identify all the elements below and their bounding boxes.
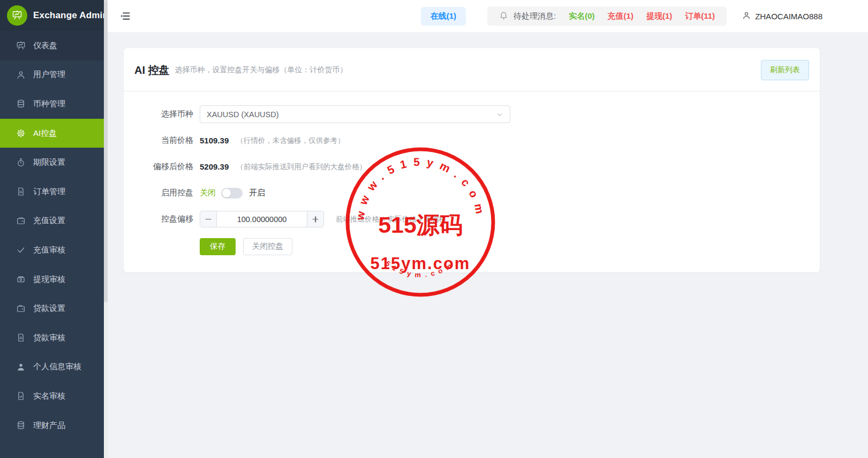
- user-menu[interactable]: ZHAOCAIMAO888: [742, 11, 822, 22]
- username: ZHAOCAIMAO888: [755, 12, 822, 21]
- gear-icon: [16, 128, 26, 138]
- user-icon: [742, 11, 751, 22]
- sidebar-item-users[interactable]: 用户管理: [0, 60, 104, 90]
- current-price-label: 当前价格: [134, 135, 193, 146]
- online-status-badge[interactable]: 在线(1): [421, 7, 466, 26]
- pending-messages-label: 待处理消息:: [514, 11, 556, 21]
- sidebar-item-label: 用户管理: [33, 70, 65, 80]
- sidebar-item-label: 贷款审核: [33, 333, 65, 343]
- sidebar-item-loan-review[interactable]: 贷款审核: [0, 323, 104, 353]
- enable-control-toggle[interactable]: [221, 188, 243, 199]
- refresh-list-button[interactable]: 刷新列表: [761, 60, 809, 80]
- page-subtitle: 选择币种，设置控盘开关与偏移（单位：计价货币）: [175, 65, 348, 75]
- page-title: AI 控盘: [134, 63, 170, 78]
- loan-wallet-icon: [16, 304, 26, 314]
- decrease-button[interactable]: [200, 211, 217, 227]
- symbol-select-value: XAUUSD (XAUUSD): [207, 110, 279, 119]
- chevron-down-icon: [496, 111, 503, 118]
- toggle-off-label: 关闭: [200, 188, 216, 198]
- sidebar-item-label: 订单管理: [33, 187, 65, 197]
- symbol-select[interactable]: XAUUSD (XAUUSD): [200, 105, 510, 123]
- check-icon: [16, 245, 26, 255]
- card-header: AI 控盘 选择币种，设置控盘开关与偏移（单位：计价货币） 刷新列表: [124, 48, 820, 91]
- sidebar-item-currencies[interactable]: 币种管理: [0, 89, 104, 119]
- current-price-hint: （行情价，未含偏移，仅供参考）: [236, 136, 345, 146]
- sidebar-item-label: 充值设置: [33, 216, 65, 226]
- offset-label: 控盘偏移: [134, 214, 193, 224]
- increase-button[interactable]: [307, 211, 323, 227]
- deposit-count-badge[interactable]: 充值(1): [608, 11, 633, 21]
- sidebar-item-dashboard[interactable]: 仪表盘: [0, 31, 104, 60]
- current-price-value: 5109.39: [200, 136, 229, 145]
- offset-hint: 前端推送价格 = 实际价格 + 此偏移: [336, 215, 446, 224]
- sidebar-item-finance-products[interactable]: 理财产品: [0, 411, 104, 440]
- sidebar-item-label: 理财产品: [33, 421, 65, 431]
- sidebar-item-deposit-review[interactable]: 充值审核: [0, 235, 104, 265]
- withdraw-icon: [16, 274, 26, 284]
- main-area: AI 控盘 选择币种，设置控盘开关与偏移（单位：计价货币） 刷新列表 选择币种 …: [108, 32, 868, 458]
- dashboard-icon: [16, 41, 26, 50]
- users-icon: [16, 70, 26, 80]
- order-count-badge[interactable]: 订单(11): [685, 11, 715, 21]
- offset-input[interactable]: [217, 211, 307, 227]
- toggle-on-label: 开启: [249, 188, 265, 198]
- app-logo: [7, 5, 27, 26]
- sidebar-item-withdraw-review[interactable]: 提现审核: [0, 265, 104, 294]
- toggle-knob: [222, 189, 231, 197]
- menu-fold-icon[interactable]: [119, 10, 131, 22]
- sidebar-item-label: AI控盘: [33, 128, 57, 139]
- offset-row: 控盘偏移 前端推送价格 = 实际价格 + 此偏移: [134, 210, 809, 228]
- sidebar-header: Exchange Admin: [0, 0, 104, 31]
- sidebar-menu: 仪表盘 用户管理 币种管理 AI控盘 期限设置: [0, 31, 104, 440]
- sidebar-item-deposit-settings[interactable]: 充值设置: [0, 207, 104, 236]
- actions-row: 保存 关闭控盘: [134, 238, 809, 255]
- close-control-button[interactable]: 关闭控盘: [243, 238, 292, 255]
- content-area: 在线(1) 待处理消息: 实名(0) 充值(1) 提现(1) 订单(11): [108, 0, 868, 458]
- sidebar-item-label: 充值审核: [33, 245, 65, 255]
- finance-icon: [16, 421, 26, 430]
- ai-control-card: AI 控盘 选择币种，设置控盘开关与偏移（单位：计价货币） 刷新列表 选择币种 …: [124, 48, 820, 272]
- id-check-icon: [16, 391, 26, 401]
- symbol-label: 选择币种: [134, 109, 193, 119]
- offset-price-label: 偏移后价格: [134, 162, 193, 172]
- bell-icon: [499, 11, 508, 21]
- enable-control-label: 启用控盘: [134, 188, 193, 198]
- top-header: 在线(1) 待处理消息: 实名(0) 充值(1) 提现(1) 订单(11): [108, 0, 868, 32]
- current-price-row: 当前价格 5109.39 （行情价，未含偏移，仅供参考）: [134, 132, 809, 149]
- sidebar-item-label: 仪表盘: [33, 41, 57, 51]
- offset-stepper: [200, 211, 324, 227]
- sidebar-scrollbar-thumb[interactable]: [104, 0, 108, 302]
- enable-control-row: 启用控盘 关闭 开启: [134, 184, 809, 202]
- sidebar-item-label: 币种管理: [33, 99, 65, 109]
- offset-price-row: 偏移后价格 5209.39 （前端实际推送到用户看到的大盘价格）: [134, 158, 809, 175]
- symbol-row: 选择币种 XAUUSD (XAUUSD): [134, 105, 809, 123]
- timer-icon: [16, 158, 26, 167]
- sidebar-item-orders[interactable]: 订单管理: [0, 177, 104, 207]
- app-title: Exchange Admin: [33, 10, 108, 21]
- sidebar-item-label: 期限设置: [33, 157, 65, 167]
- kyc-count-badge[interactable]: 实名(0): [569, 11, 594, 21]
- sidebar: Exchange Admin 仪表盘 用户管理 币种管理 AI: [0, 0, 104, 458]
- sidebar-item-label: 贷款设置: [33, 303, 65, 314]
- loan-doc-icon: [16, 333, 26, 342]
- sidebar-item-loan-settings[interactable]: 贷款设置: [0, 294, 104, 323]
- sidebar-item-label: 提现审核: [33, 274, 65, 285]
- sidebar-item-ai-control[interactable]: AI控盘: [0, 119, 104, 148]
- ai-control-form: 选择币种 XAUUSD (XAUUSD) 当前价格 5109.39 （行情价，未…: [124, 91, 820, 272]
- pending-messages-strip: 待处理消息: 实名(0) 充值(1) 提现(1) 订单(11): [487, 6, 727, 26]
- orders-icon: [16, 187, 26, 196]
- save-button[interactable]: 保存: [200, 238, 236, 255]
- wallet-icon: [16, 216, 26, 226]
- sidebar-item-profile-review[interactable]: 个人信息审核: [0, 353, 104, 382]
- offset-price-value: 5209.39: [200, 162, 229, 171]
- sidebar-item-label: 实名审核: [33, 391, 65, 401]
- presentation-chart-icon: [12, 10, 22, 22]
- withdraw-count-badge[interactable]: 提现(1): [646, 11, 672, 21]
- offset-price-hint: （前端实际推送到用户看到的大盘价格）: [236, 162, 366, 172]
- sidebar-item-term-settings[interactable]: 期限设置: [0, 148, 104, 177]
- sidebar-item-kyc-review[interactable]: 实名审核: [0, 381, 104, 411]
- sidebar-scrollbar[interactable]: [104, 0, 108, 458]
- coins-icon: [16, 99, 26, 109]
- sidebar-item-label: 个人信息审核: [33, 362, 81, 372]
- person-icon: [16, 362, 26, 372]
